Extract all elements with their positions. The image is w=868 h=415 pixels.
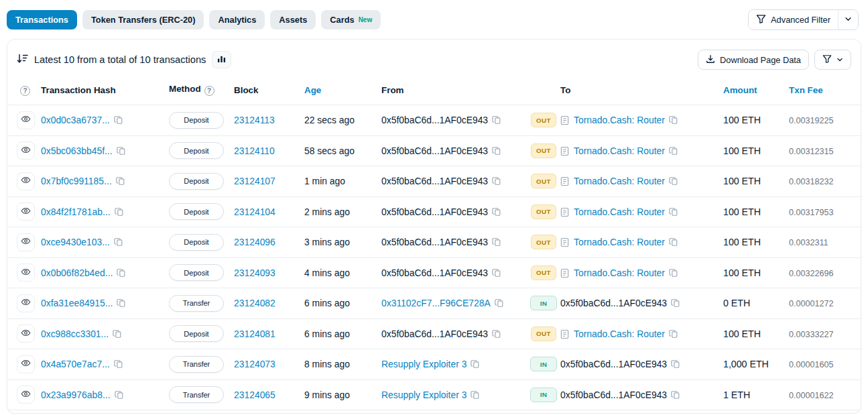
copy-icon[interactable]	[114, 359, 123, 369]
view-preview-button[interactable]	[17, 233, 35, 251]
age-text: 6 mins ago	[304, 298, 350, 308]
copy-icon[interactable]	[669, 115, 678, 125]
view-preview-button[interactable]	[17, 202, 35, 221]
block-link[interactable]: 23124093	[234, 268, 275, 278]
block-link[interactable]: 23124082	[234, 298, 275, 308]
block-link[interactable]: 23124104	[234, 206, 275, 217]
tab-analytics[interactable]: Analytics	[209, 10, 265, 29]
tab-token-transfers[interactable]: Token Transfers (ERC-20)	[82, 10, 204, 29]
from-address: 0x5f0baC6d...1AF0cE943	[381, 268, 488, 278]
view-preview-button[interactable]	[17, 172, 35, 190]
copy-icon[interactable]	[114, 115, 123, 125]
table-row: 0xfa31ee84915...Transfer231240826 mins a…	[7, 288, 861, 319]
copy-icon[interactable]	[115, 207, 124, 217]
from-address-link[interactable]: 0x31102cF7...F96CE728A	[381, 298, 491, 308]
help-icon[interactable]: ?	[204, 86, 214, 96]
copy-icon[interactable]	[117, 268, 126, 278]
method-badge: Deposit	[169, 112, 224, 129]
tx-hash-link[interactable]: 0xfa31ee84915...	[41, 298, 113, 308]
chart-view-button[interactable]	[212, 51, 231, 68]
tx-hash-link[interactable]: 0xce9430e103...	[41, 237, 110, 247]
copy-icon[interactable]	[113, 329, 122, 339]
copy-icon[interactable]	[671, 298, 680, 308]
direction-badge: IN	[530, 388, 557, 402]
advanced-filter-dropdown-button[interactable]	[838, 10, 858, 29]
view-preview-button[interactable]	[17, 141, 35, 160]
copy-icon[interactable]	[116, 176, 125, 186]
to-address-link[interactable]: Tornado.Cash: Router	[574, 206, 665, 217]
view-preview-button[interactable]	[17, 294, 35, 312]
to-address-link[interactable]: Tornado.Cash: Router	[574, 237, 665, 247]
copy-icon[interactable]	[471, 390, 480, 400]
copy-icon[interactable]	[492, 207, 501, 217]
tx-hash-link[interactable]: 0xc988cc3301...	[41, 329, 109, 339]
copy-icon[interactable]	[495, 298, 504, 308]
view-preview-button[interactable]	[17, 324, 35, 343]
copy-icon[interactable]	[671, 390, 680, 400]
view-preview-button[interactable]	[17, 386, 35, 404]
column-header-age[interactable]: Age	[304, 85, 321, 95]
tx-hash-link[interactable]: 0x5bc063bb45f...	[41, 145, 113, 156]
copy-icon[interactable]	[492, 176, 501, 186]
tab-cards[interactable]: Cards New	[321, 10, 381, 29]
copy-icon[interactable]	[492, 146, 501, 156]
tab-transactions[interactable]: Transactions	[7, 10, 77, 29]
to-address-link[interactable]: Tornado.Cash: Router	[574, 329, 665, 339]
view-preview-button[interactable]	[17, 355, 35, 373]
block-link[interactable]: 23124081	[234, 329, 275, 339]
to-address-link[interactable]: Tornado.Cash: Router	[574, 145, 665, 156]
to-address-link[interactable]: Tornado.Cash: Router	[574, 268, 665, 278]
filter-dropdown-button[interactable]	[814, 50, 851, 70]
block-link[interactable]: 23124113	[234, 115, 275, 125]
copy-icon[interactable]	[669, 329, 678, 339]
copy-icon[interactable]	[669, 268, 678, 278]
download-page-data-button[interactable]: Download Page Data	[698, 50, 809, 70]
copy-icon[interactable]	[492, 329, 501, 339]
copy-icon[interactable]	[669, 207, 678, 217]
copy-icon[interactable]	[492, 115, 501, 125]
copy-icon[interactable]	[671, 359, 680, 369]
from-address-link[interactable]: Resupply Exploiter 3	[381, 359, 467, 369]
copy-icon[interactable]	[117, 298, 126, 308]
help-icon[interactable]: ?	[20, 86, 30, 96]
copy-icon[interactable]	[471, 359, 480, 369]
to-address-link[interactable]: Tornado.Cash: Router	[574, 176, 665, 186]
block-link[interactable]: 23124073	[234, 359, 275, 369]
to-address: 0x5f0baC6d...1AF0cE943	[560, 359, 667, 369]
from-address-link[interactable]: Resupply Exploiter 3	[381, 390, 467, 400]
copy-icon[interactable]	[669, 146, 678, 156]
to-address-link[interactable]: Tornado.Cash: Router	[574, 115, 665, 125]
copy-icon[interactable]	[492, 268, 501, 278]
copy-icon[interactable]	[669, 237, 678, 247]
age-text: 58 secs ago	[304, 145, 355, 156]
copy-icon[interactable]	[117, 146, 126, 156]
block-link[interactable]: 23124096	[234, 237, 275, 247]
tx-hash-link[interactable]: 0x84f2f1781ab...	[41, 206, 111, 217]
tx-hash-link[interactable]: 0x0b06f82b4ed...	[41, 268, 113, 278]
column-header-txn-fee[interactable]: Txn Fee	[789, 85, 823, 95]
tx-hash-link[interactable]: 0x0d0c3a6737...	[41, 115, 110, 125]
block-link[interactable]: 23124065	[234, 390, 275, 400]
copy-icon[interactable]	[669, 176, 678, 186]
block-link[interactable]: 23124107	[234, 176, 275, 186]
view-preview-button[interactable]	[17, 111, 35, 129]
column-header-amount[interactable]: Amount	[723, 85, 757, 95]
copy-icon[interactable]	[492, 237, 501, 247]
advanced-filter-button[interactable]: Advanced Filter	[749, 10, 838, 29]
copy-icon[interactable]	[114, 237, 123, 247]
tab-assets[interactable]: Assets	[270, 10, 316, 29]
tx-hash-link[interactable]: 0x4a570e7ac7...	[41, 359, 110, 369]
tx-hash-link[interactable]: 0x7bf0c991185...	[41, 176, 112, 186]
block-link[interactable]: 23124110	[234, 145, 275, 156]
amount-text: 100 ETH	[723, 206, 761, 217]
copy-icon[interactable]	[115, 390, 124, 400]
eye-icon	[21, 114, 31, 126]
direction-badge: OUT	[531, 174, 556, 188]
direction-badge: OUT	[531, 327, 556, 341]
age-text: 9 mins ago	[304, 390, 350, 400]
to-address: 0x5f0baC6d...1AF0cE943	[560, 298, 667, 308]
view-preview-button[interactable]	[17, 263, 35, 282]
tx-hash-link[interactable]: 0x23a9976ab8...	[41, 390, 111, 400]
contract-icon	[560, 207, 569, 217]
direction-badge: IN	[530, 296, 557, 310]
